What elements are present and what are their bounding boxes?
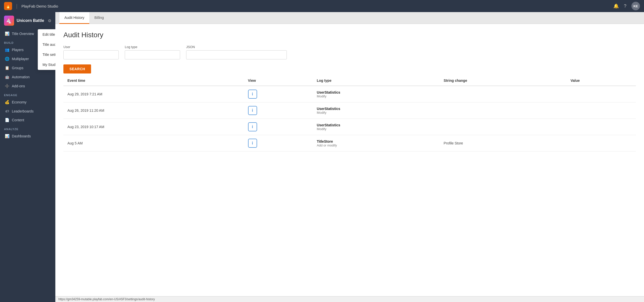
economy-label: Economy: [12, 100, 26, 104]
json-filter-group: JSON: [186, 45, 287, 59]
groups-icon: 📋: [5, 66, 9, 70]
col-value: Value: [567, 76, 636, 86]
cell-event-time: Aug 29, 2019 7:21 AM: [63, 86, 244, 102]
sidebar: 🦄 Unicorn Battle ⚙ Edit title info Title…: [0, 12, 55, 302]
dropdown-title-audit-history[interactable]: Title audit history: [38, 40, 55, 50]
sidebar-item-dashboards[interactable]: 📊 Dashboards: [0, 132, 55, 141]
cell-log-type: UserStatistics Modify: [313, 102, 439, 119]
logtype-filter-label: Log type: [125, 45, 180, 49]
cell-string-change: [440, 102, 567, 119]
table-row: Aug 5 AM i TitleStore Add or modify Prof…: [63, 135, 636, 152]
economy-icon: 💰: [5, 100, 9, 104]
multiplayer-label: Multiplayer: [12, 57, 29, 61]
automation-label: Automation: [12, 75, 30, 79]
col-log-type: Log type: [313, 76, 439, 86]
sidebar-item-content[interactable]: 📄 Content: [0, 116, 55, 125]
sidebar-item-automation[interactable]: 🤖 Automation: [0, 72, 55, 82]
status-url: https://gm34259-mutable.playfab.com/en-U…: [58, 297, 155, 301]
addons-label: Add-ons: [12, 84, 25, 88]
overview-label: Title Overview: [12, 32, 34, 36]
players-icon: 👥: [5, 48, 9, 52]
sidebar-item-leaderboards[interactable]: 🏷 Leaderboards: [0, 107, 55, 116]
addons-icon: ➕: [5, 84, 9, 88]
cell-string-change: Profile Store: [440, 135, 567, 152]
cell-event-time: Aug 23, 2019 10:17 AM: [63, 119, 244, 135]
table-row: Aug 26, 2019 11:20 AM i UserStatistics M…: [63, 102, 636, 119]
view-button[interactable]: i: [248, 106, 257, 115]
cell-log-type: UserStatistics Modify: [313, 86, 439, 102]
overview-icon: 📊: [5, 31, 9, 36]
groups-label: Groups: [12, 66, 23, 70]
cell-view: i: [244, 102, 313, 119]
tab-billing[interactable]: Billing: [89, 12, 109, 24]
help-button[interactable]: ?: [624, 4, 626, 9]
dropdown-edit-title[interactable]: Edit title info: [38, 29, 55, 40]
leaderboards-label: Leaderboards: [12, 109, 33, 113]
cell-log-type: TitleStore Add or modify: [313, 135, 439, 152]
cell-string-change: [440, 86, 567, 102]
json-filter-input[interactable]: [186, 50, 287, 59]
players-label: Players: [12, 48, 24, 52]
title-name: Unicorn Battle: [17, 18, 45, 23]
notification-button[interactable]: 🔔: [613, 3, 619, 9]
title-header: 🦄 Unicorn Battle ⚙ Edit title info Title…: [0, 12, 55, 29]
automation-icon: 🤖: [5, 75, 9, 79]
leaderboards-icon: 🏷: [5, 109, 9, 113]
col-string-change: String change: [440, 76, 567, 86]
playfab-logo: 🔥: [4, 2, 12, 10]
table-row: Aug 29, 2019 7:21 AM i UserStatistics Mo…: [63, 86, 636, 102]
studio-name: PlayFab Demo Studio: [21, 4, 58, 8]
cell-value: [567, 102, 636, 119]
view-button[interactable]: i: [248, 122, 257, 131]
nav-right: 🔔 ? KE: [613, 2, 640, 10]
dashboards-label: Dashboards: [12, 134, 31, 138]
content-icon: 📄: [5, 118, 9, 122]
analyze-section-label: ANALYZE: [0, 125, 55, 132]
top-navigation: 🔥 | PlayFab Demo Studio 🔔 ? KE: [0, 0, 644, 12]
dropdown-my-studios[interactable]: My Studios and Titles: [38, 60, 55, 70]
user-filter-label: User: [63, 45, 119, 49]
dashboards-icon: 📊: [5, 134, 9, 138]
col-view: View: [244, 76, 313, 86]
title-icon: 🦄: [4, 16, 14, 26]
user-filter-group: User: [63, 45, 119, 59]
cell-view: i: [244, 135, 313, 152]
filter-row: User Log type JSON: [63, 45, 636, 59]
col-event-time: Event time: [63, 76, 244, 86]
nav-divider: |: [16, 3, 17, 9]
gear-button[interactable]: ⚙: [48, 18, 51, 23]
user-filter-input[interactable]: [63, 50, 119, 59]
table-row: Aug 23, 2019 10:17 AM i UserStatistics M…: [63, 119, 636, 135]
content-label: Content: [12, 118, 24, 122]
cell-view: i: [244, 119, 313, 135]
cell-log-type: UserStatistics Modify: [313, 119, 439, 135]
tab-audit-history[interactable]: Audit History: [59, 12, 89, 24]
status-bar: https://gm34259-mutable.playfab.com/en-U…: [55, 296, 644, 302]
tab-bar: Audit History Billing: [55, 12, 644, 24]
cell-event-time: Aug 5 AM: [63, 135, 244, 152]
cell-event-time: Aug 26, 2019 11:20 AM: [63, 102, 244, 119]
cell-string-change: [440, 119, 567, 135]
cell-view: i: [244, 86, 313, 102]
user-avatar[interactable]: KE: [631, 2, 640, 10]
cell-value: [567, 135, 636, 152]
multiplayer-icon: 🌐: [5, 57, 9, 61]
title-dropdown-menu: Edit title info Title audit history Titl…: [38, 29, 55, 70]
engage-section-label: ENGAGE: [0, 91, 55, 98]
audit-table: Event time View Log type String change V…: [63, 76, 636, 152]
dropdown-title-settings[interactable]: Title settings: [38, 50, 55, 60]
search-button[interactable]: SEARCH: [63, 64, 91, 73]
view-button[interactable]: i: [248, 90, 257, 99]
logtype-filter-input[interactable]: [125, 50, 180, 59]
json-filter-label: JSON: [186, 45, 287, 49]
sidebar-item-economy[interactable]: 💰 Economy: [0, 98, 55, 107]
main-content: Audit History Billing Audit History User…: [55, 12, 644, 302]
cell-value: [567, 119, 636, 135]
sidebar-item-addons[interactable]: ➕ Add-ons: [0, 82, 55, 91]
page-content: Audit History User Log type JSON SEARCH: [55, 24, 644, 296]
cell-value: [567, 86, 636, 102]
app-body: 🦄 Unicorn Battle ⚙ Edit title info Title…: [0, 12, 644, 302]
logtype-filter-group: Log type: [125, 45, 180, 59]
page-title: Audit History: [63, 31, 636, 39]
view-button[interactable]: i: [248, 139, 257, 148]
